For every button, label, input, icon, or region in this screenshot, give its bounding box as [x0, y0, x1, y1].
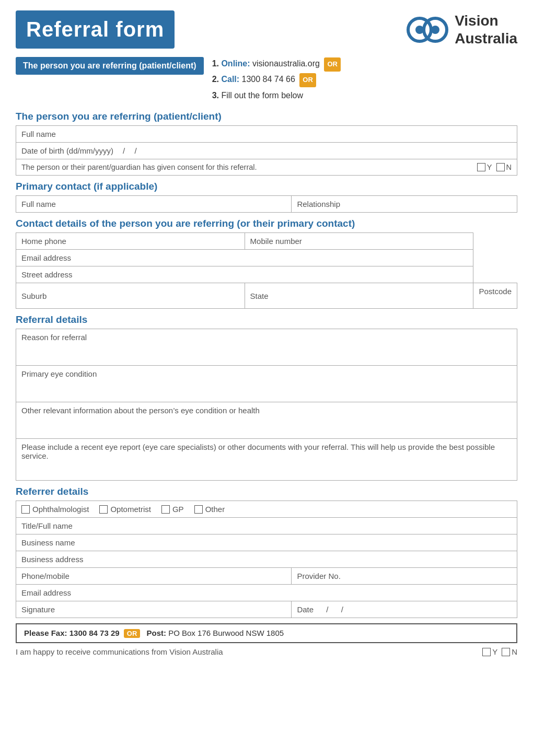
home-phone-cell: Home phone — [16, 233, 245, 250]
signature-date-row: Signature Date / / — [16, 601, 517, 618]
step1: 1. Online: visionaustralia.org OR — [212, 56, 341, 72]
or-badge-1: OR — [324, 57, 341, 72]
business-address-row: Business address — [16, 551, 517, 568]
post-label: Post: — [147, 629, 167, 637]
phone-input[interactable] — [72, 572, 230, 580]
fax-label: Please Fax: — [24, 629, 67, 637]
referrer-email-row: Email address — [16, 585, 517, 601]
phone-mobile-row: Home phone Mobile number — [16, 233, 517, 250]
vision-australia-logo-icon — [407, 11, 448, 48]
email-row: Email address — [16, 250, 517, 266]
suburb-input[interactable] — [49, 292, 169, 300]
postcode-cell: Postcode — [473, 283, 517, 309]
logo-text: Vision Australia — [455, 12, 517, 47]
provider-cell: Provider No. — [292, 568, 517, 585]
referrer-checkboxes: Ophthalmologist Optometrist GP Other — [21, 505, 512, 514]
eye-condition-cell: Primary eye condition — [16, 366, 517, 402]
state-input[interactable] — [271, 292, 379, 300]
mobile-cell: Mobile number — [245, 233, 473, 250]
other-item: Other — [194, 505, 230, 514]
footer-comms: I am happy to receive communications fro… — [16, 647, 517, 656]
optometrist-item: Optometrist — [99, 505, 151, 514]
referrer-email-input[interactable] — [73, 589, 465, 597]
include-cell: Please include a recent eye report (eye … — [16, 439, 517, 481]
date-cell: Date / / — [292, 601, 517, 618]
home-phone-input[interactable] — [68, 237, 199, 246]
header: Referral form Vision Australia — [16, 10, 517, 49]
or-badge-2: OR — [299, 73, 316, 87]
street-input[interactable] — [75, 271, 432, 279]
street-cell: Street address — [16, 266, 473, 283]
other-checkbox[interactable] — [194, 505, 203, 514]
suburb-state-postcode-row: Suburb State Postcode — [16, 283, 517, 309]
business-address-input[interactable] — [86, 555, 478, 564]
comms-y-checkbox[interactable] — [482, 648, 491, 656]
referrer-type-row: Ophthalmologist Optometrist GP Other — [16, 501, 517, 518]
comms-n-item: N — [502, 647, 517, 656]
referral-details-heading: Referral details — [16, 314, 517, 325]
dob-slash2: / — [134, 146, 136, 155]
consent-n-item: N — [496, 163, 512, 171]
email-input[interactable] — [73, 254, 431, 262]
primary-contact-heading: Primary contact (if applicable) — [16, 181, 517, 192]
primary-fullname-cell: Full name — [16, 196, 292, 213]
referral-details-table: Reason for referral Primary eye conditio… — [16, 329, 517, 481]
relationship-input[interactable] — [342, 200, 471, 208]
signature-input[interactable] — [57, 606, 229, 614]
step3: 3. Fill out the form below — [212, 88, 341, 103]
logo-line1: Vision — [455, 12, 517, 30]
business-name-cell: Business name — [16, 534, 517, 551]
eye-condition-row: Primary eye condition — [16, 366, 517, 402]
footer-or-badge: OR — [124, 629, 141, 638]
dob-row: Date of birth (dd/mm/yyyy) / / — [16, 143, 517, 159]
other-info-row: Other relevant information about the per… — [16, 402, 517, 439]
postcode-input[interactable] — [479, 296, 495, 305]
mobile-input[interactable] — [304, 237, 424, 246]
provider-input[interactable] — [343, 572, 471, 580]
business-name-input[interactable] — [77, 539, 469, 547]
contact-details-table: Home phone Mobile number Email address S… — [16, 232, 517, 309]
title-fullname-row: Title/Full name — [16, 518, 517, 534]
full-name-input[interactable] — [58, 130, 450, 138]
consent-y-item: Y — [477, 163, 492, 171]
consent-n-checkbox[interactable] — [496, 163, 505, 171]
consent-cell: The person or their parent/guardian has … — [16, 159, 517, 176]
logo-line2: Australia — [455, 30, 517, 48]
logo-area: Vision Australia — [407, 11, 517, 48]
contact-details-heading: Contact details of the person you are re… — [16, 218, 517, 229]
relationship-cell: Relationship — [292, 196, 517, 213]
full-name-row: Full name — [16, 126, 517, 143]
patient-table: Full name Date of birth (dd/mm/yyyy) / /… — [16, 125, 517, 176]
business-name-row: Business name — [16, 534, 517, 551]
email-cell: Email address — [16, 250, 473, 266]
consent-yn: Y N — [477, 163, 512, 171]
patient-section-heading: The person you are referring (patient/cl… — [16, 111, 517, 122]
title-fullname-input[interactable] — [75, 522, 467, 530]
comms-y-item: Y — [482, 647, 497, 656]
consent-y-checkbox[interactable] — [477, 163, 485, 171]
comms-yn: Y N — [482, 647, 517, 656]
post-address: PO Box 176 Burwood NSW 1805 — [168, 629, 284, 637]
include-row: Please include a recent eye report (eye … — [16, 439, 517, 481]
reason-cell: Reason for referral — [16, 329, 517, 366]
svg-point-3 — [431, 26, 439, 34]
phone-cell: Phone/mobile — [16, 568, 292, 585]
title-box: Referral form — [16, 10, 175, 49]
ophthalmologist-checkbox[interactable] — [21, 505, 30, 514]
referrer-details-heading: Referrer details — [16, 486, 517, 497]
reason-row: Reason for referral — [16, 329, 517, 366]
comms-n-checkbox[interactable] — [502, 648, 510, 656]
signature-cell: Signature — [16, 601, 292, 618]
suburb-cell: Suburb — [16, 283, 245, 309]
primary-fullname-input[interactable] — [58, 200, 244, 208]
referrer-type-cell: Ophthalmologist Optometrist GP Other — [16, 501, 517, 518]
title-fullname-cell: Title/Full name — [16, 518, 517, 534]
phone-provider-row: Phone/mobile Provider No. — [16, 568, 517, 585]
how-to-refer-section: The person you are referring (patient/cl… — [16, 56, 517, 103]
svg-point-2 — [415, 26, 424, 34]
gp-checkbox[interactable] — [161, 505, 170, 514]
date-slash1: / — [326, 605, 330, 614]
date-slash2: / — [341, 605, 343, 614]
dob-slash1: / — [123, 146, 127, 155]
optometrist-checkbox[interactable] — [99, 505, 108, 514]
